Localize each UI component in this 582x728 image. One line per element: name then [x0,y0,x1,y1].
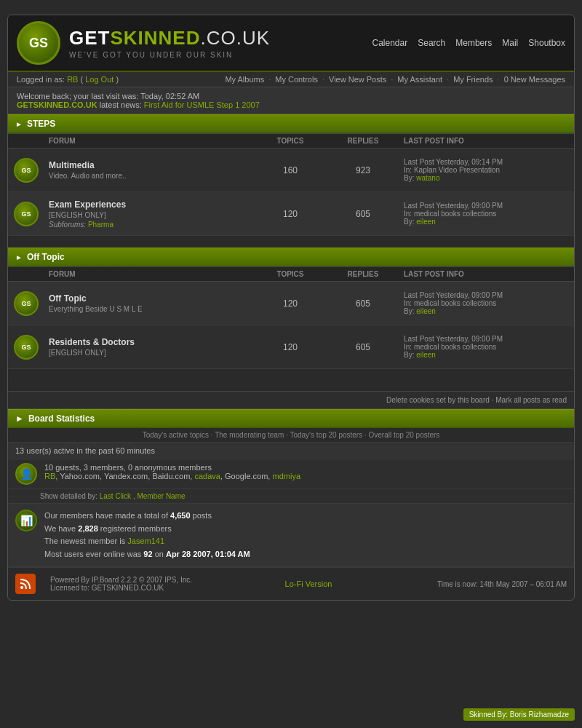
mark-all-read-link[interactable]: Mark all posts as read [495,396,567,404]
site-header: GS GETSKINNED.CO.UK WE'VE GOT YOU UNDER … [8,15,574,72]
forum-row-offtopic: GS Off Topic Everything Beside U S M L E… [8,282,574,325]
view-new-posts-link[interactable]: View New Posts [329,75,386,84]
section-arrow-stats: ► [15,414,24,424]
subforum-pharma[interactable]: Pharma [88,221,113,229]
active-topics-link[interactable]: Today's active topics [143,431,209,439]
section-arrow-steps: ► [15,120,23,128]
member-name-link[interactable]: Member Name [137,492,185,500]
newest-member-link[interactable]: Jasem141 [127,537,164,545]
my-assistant-link[interactable]: My Assistant [397,75,442,84]
site-title-block: GETSKINNED.CO.UK WE'VE GOT YOU UNDER OUR… [69,27,372,59]
last-post-user-offtopic[interactable]: eileen [416,307,436,315]
skinned-badge: Skinned By: Boris Rizhamadze [463,708,575,721]
welcome-bar: Welcome back; your last visit was: Today… [8,87,574,114]
forum-row-residents: GS Residents & Doctors [ENGLISH ONLY] 12… [8,325,574,369]
my-controls-link[interactable]: My Controls [275,75,318,84]
forum-icon-exam: GS [14,202,39,226]
last-post-user-multimedia[interactable]: watano [416,174,439,182]
show-detailed-row: Show detailed by: Last Click , Member Na… [8,489,574,504]
spacer-2 [8,369,574,391]
section-steps: ► STEPS [8,114,574,133]
users-detail-row: 👤 10 guests, 3 members, 0 anonymous memb… [8,459,574,489]
stats-icon: 📊 [15,510,37,531]
action-bar: Delete cookies set by this board · Mark … [8,391,574,409]
forum-name-exam[interactable]: Exam Experiences [49,199,126,210]
section-offtopic: ► Off Topic [8,248,574,266]
footer: Powered By IP.Board 2.2.2 © 2007 IPS, In… [8,567,574,600]
user-bar-right: My Albums · My Controls · View New Posts… [225,75,565,84]
last-click-link[interactable]: Last Click [100,492,131,500]
table-header-offtopic: FORUM Topics Replies Last Post Info [8,266,574,282]
board-stats-section: ► Board Statistics [8,409,574,428]
last-post-user-exam[interactable]: eileen [416,218,436,226]
spacer-1 [8,236,574,248]
forum-icon-multimedia: GS [14,158,39,183]
user-bar: Logged in as: RB ( Log Out ) My Albums ·… [8,72,574,87]
online-user-cadava[interactable]: cadava [194,472,220,480]
username-link[interactable]: RB [67,75,78,84]
nav-calendar[interactable]: Calendar [372,38,408,48]
nav-members[interactable]: Members [455,38,492,48]
nav-search[interactable]: Search [418,38,445,48]
forum-icon-residents: GS [14,335,39,360]
modteam-link[interactable]: The moderating team [215,431,284,439]
nav-shoutbox[interactable]: Shoutbox [528,38,565,48]
svg-point-0 [20,586,23,589]
online-user-mdmiya[interactable]: mdmiya [273,472,301,480]
forum-row-exam: GS Exam Experiences [ENGLISH ONLY] Subfo… [8,192,574,236]
delete-cookies-link[interactable]: Delete cookies set by this board [386,396,490,404]
logout-link[interactable]: Log Out [85,75,113,84]
user-bar-left: Logged in as: RB ( Log Out ) [17,75,119,84]
site-tagline: WE'VE GOT YOU UNDER OUR SKIN [69,51,372,59]
users-icon: 👤 [15,463,37,485]
nav-mail[interactable]: Mail [502,38,518,48]
messages-link[interactable]: 0 New Messages [504,75,565,84]
header-nav: Calendar Search Members Mail Shoutbox [372,38,565,48]
forum-name-residents[interactable]: Residents & Doctors [49,337,135,347]
board-stats-content: 📊 Our members have made a total of 4,650… [8,504,574,567]
skinned-author-link[interactable]: Boris Rizhamadze [510,711,569,719]
site-logo: GS [17,21,60,65]
active-users-bar: 13 user(s) active in the past 60 minutes [8,443,574,459]
my-albums-link[interactable]: My Albums [225,75,264,84]
rss-icon [15,574,36,594]
forum-icon-offtopic: GS [14,291,39,316]
site-title: GETSKINNED.CO.UK [69,27,372,50]
last-post-user-residents[interactable]: eileen [416,351,436,359]
online-user-rb[interactable]: RB [44,472,55,480]
top20-today-link[interactable]: Today's top 20 posters [290,431,362,439]
forum-row-multimedia: GS Multimedia Video. Audio and more.. 16… [8,149,574,192]
lofi-link[interactable]: Lo-Fi Version [285,579,332,588]
news-link[interactable]: First Aid for USMLE Step 1 2007 [144,100,260,109]
table-header-steps: FORUM Topics Replies Last Post Info [8,133,574,149]
stats-sub-header: Today's active topics · The moderating t… [8,428,574,443]
top20-overall-link[interactable]: Overall top 20 posters [369,431,440,439]
forum-name-offtopic[interactable]: Off Topic [49,293,87,304]
my-friends-link[interactable]: My Friends [453,75,493,84]
section-arrow-offtopic: ► [15,253,23,261]
forum-name-multimedia[interactable]: Multimedia [49,160,95,170]
